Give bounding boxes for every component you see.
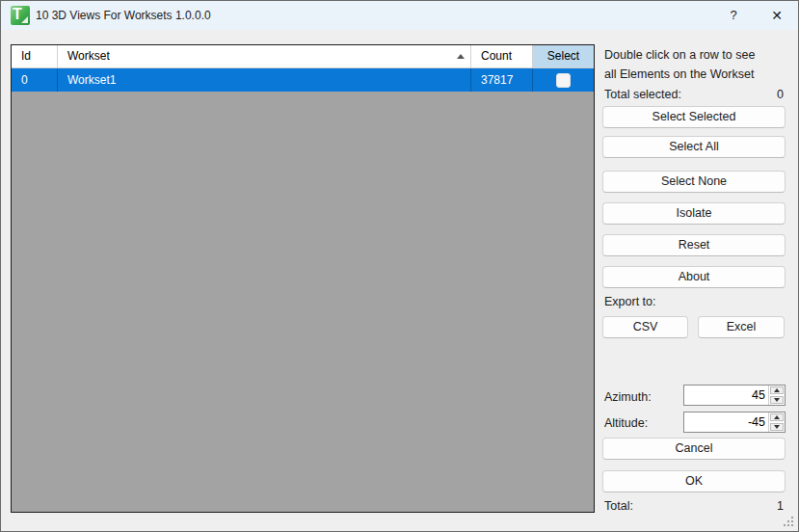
worksets-grid: Id Workset Count Select 0 Workset1 37817 [11, 44, 595, 513]
total-row: Total: 1 [604, 499, 784, 515]
window-title: 10 3D Views For Worksets 1.0.0.0 [36, 1, 211, 30]
instruction-text: Double click on a row to see all Element… [604, 45, 786, 84]
sort-ascending-icon [457, 54, 465, 59]
column-header-workset[interactable]: Workset [58, 45, 471, 68]
table-row[interactable]: 0 Workset1 37817 [12, 68, 594, 92]
azimuth-spin-buttons [768, 386, 785, 405]
total-selected-value: 0 [777, 88, 784, 103]
altitude-spin-down[interactable] [770, 423, 784, 431]
azimuth-value[interactable]: 45 [684, 386, 768, 405]
column-header-id[interactable]: Id [12, 45, 58, 68]
total-selected-row: Total selected: 0 [604, 88, 784, 103]
grid-header: Id Workset Count Select [12, 45, 594, 68]
app-icon: T [11, 6, 30, 25]
titlebar: T 10 3D Views For Worksets 1.0.0.0 ? ✕ [1, 1, 798, 30]
azimuth-spin-down[interactable] [770, 396, 784, 404]
altitude-spin-buttons [768, 412, 785, 432]
column-header-workset-label: Workset [67, 49, 110, 63]
altitude-spin-up[interactable] [770, 413, 784, 421]
about-button[interactable]: About [602, 266, 786, 288]
chevron-up-icon [774, 415, 780, 419]
total-label: Total: [604, 499, 633, 515]
cancel-button[interactable]: Cancel [602, 438, 786, 460]
dialog-window: T 10 3D Views For Worksets 1.0.0.0 ? ✕ I… [0, 0, 799, 532]
cell-count: 37817 [471, 68, 533, 92]
instruction-line-2: all Elements on the Workset [604, 65, 786, 84]
export-excel-button[interactable]: Excel [698, 316, 785, 338]
close-icon[interactable]: ✕ [761, 1, 792, 30]
export-to-label: Export to: [604, 295, 656, 308]
resize-grip[interactable] [783, 516, 795, 528]
app-icon-corner [21, 16, 28, 23]
instruction-line-1: Double click on a row to see [604, 45, 786, 65]
select-all-button[interactable]: Select All [602, 136, 786, 158]
azimuth-spin-up[interactable] [770, 386, 784, 394]
altitude-stepper[interactable]: -45 [683, 412, 786, 433]
cell-id: 0 [12, 68, 58, 92]
azimuth-label: Azimuth: [604, 390, 652, 404]
row-select-checkbox[interactable] [556, 73, 571, 88]
altitude-value[interactable]: -45 [684, 412, 768, 432]
ok-button[interactable]: OK [602, 470, 786, 492]
azimuth-stepper[interactable]: 45 [683, 385, 786, 406]
chevron-down-icon [774, 425, 780, 429]
total-value: 1 [777, 499, 784, 515]
select-selected-button[interactable]: Select Selected [602, 106, 786, 128]
export-csv-button[interactable]: CSV [602, 316, 688, 338]
select-none-button[interactable]: Select None [602, 171, 786, 193]
chevron-up-icon [774, 388, 780, 392]
reset-button[interactable]: Reset [602, 234, 786, 256]
cell-select [533, 68, 594, 92]
total-selected-label: Total selected: [604, 88, 681, 103]
cell-workset: Workset1 [58, 68, 471, 92]
chevron-down-icon [774, 398, 780, 402]
altitude-label: Altitude: [604, 416, 648, 430]
help-button[interactable]: ? [718, 1, 749, 30]
column-header-select[interactable]: Select [533, 45, 594, 68]
isolate-button[interactable]: Isolate [602, 202, 786, 225]
column-header-count[interactable]: Count [471, 45, 533, 68]
